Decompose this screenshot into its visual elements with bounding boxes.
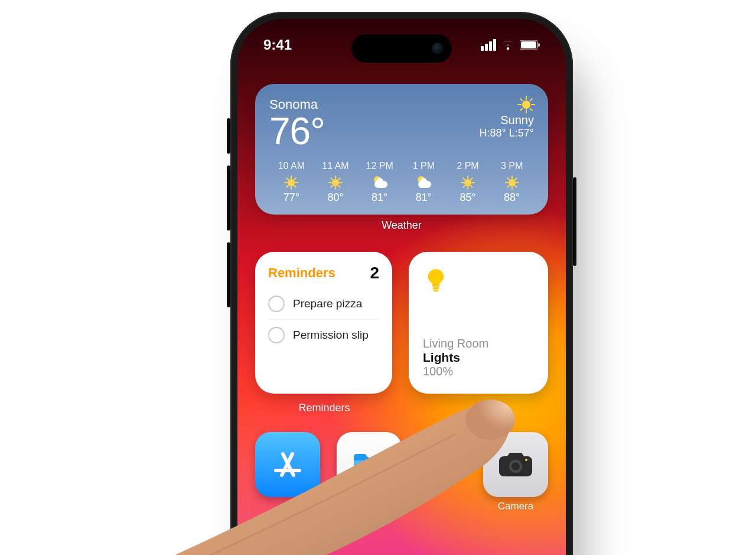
status-time: 9:41 bbox=[263, 37, 292, 53]
iphone-frame: 9:41 Sonoma 76° bbox=[230, 12, 573, 555]
forecast-temp: 80° bbox=[314, 192, 358, 204]
weather-condition: Sunny bbox=[480, 113, 534, 127]
svg-point-10 bbox=[511, 462, 520, 470]
svg-rect-4 bbox=[434, 290, 439, 292]
reminder-item[interactable]: Prepare pizza bbox=[268, 288, 379, 319]
reminder-text: Prepare pizza bbox=[293, 297, 362, 310]
svg-point-11 bbox=[525, 459, 527, 461]
forecast-hour: 11 AM 80° bbox=[314, 161, 358, 204]
home-accessory-name: Lights bbox=[423, 350, 534, 365]
reminder-checkbox[interactable] bbox=[268, 327, 285, 343]
reminders-count: 2 bbox=[370, 264, 379, 283]
home-brightness: 100% bbox=[423, 365, 534, 378]
sun-icon bbox=[330, 177, 341, 189]
sun-icon bbox=[506, 177, 518, 189]
app-icon-files[interactable] bbox=[337, 432, 402, 497]
forecast-hour: 10 AM 77° bbox=[269, 161, 314, 204]
app-icon-camera[interactable] bbox=[483, 432, 548, 497]
forecast-temp: 85° bbox=[446, 192, 490, 204]
svg-rect-2 bbox=[538, 43, 540, 47]
battery-icon bbox=[520, 40, 540, 50]
forecast-time: 11 AM bbox=[314, 161, 358, 171]
reminder-checkbox[interactable] bbox=[268, 296, 285, 312]
reminders-title: Reminders bbox=[268, 265, 335, 281]
forecast-temp: 77° bbox=[269, 192, 314, 204]
forecast-temp: 81° bbox=[357, 192, 402, 204]
reminder-item[interactable]: Permission slip bbox=[268, 319, 379, 350]
weather-hourly-forecast: 10 AM 77° 11 AM 80° 12 PM 81° 1 PM 81° 2… bbox=[269, 161, 534, 204]
forecast-time: 12 PM bbox=[357, 161, 402, 171]
partly-cloudy-icon bbox=[416, 176, 431, 189]
reminders-widget-label: Reminders bbox=[255, 402, 393, 414]
forecast-hour: 3 PM 88° bbox=[490, 161, 534, 204]
home-screen[interactable]: 9:41 Sonoma 76° bbox=[237, 19, 566, 555]
app-label-camera: Camera bbox=[483, 501, 548, 512]
weather-high-low: H:88° L:57° bbox=[480, 127, 534, 139]
home-widget[interactable]: Living Room Lights 100% bbox=[409, 252, 548, 394]
partly-cloudy-icon bbox=[372, 176, 387, 189]
weather-temperature: 76° bbox=[269, 112, 325, 150]
forecast-hour: 2 PM 85° bbox=[446, 161, 490, 204]
forecast-time: 2 PM bbox=[446, 161, 490, 171]
lightbulb-icon bbox=[423, 267, 534, 296]
reminders-widget[interactable]: Reminders 2 Prepare pizza Permission sli… bbox=[255, 252, 392, 394]
weather-widget[interactable]: Sonoma 76° Su bbox=[255, 84, 548, 215]
sun-icon bbox=[462, 177, 474, 189]
weather-widget-label: Weather bbox=[255, 219, 548, 232]
reminder-text: Permission slip bbox=[293, 329, 369, 342]
reminders-list: Prepare pizza Permission slip bbox=[268, 288, 379, 350]
svg-rect-1 bbox=[521, 41, 536, 48]
wifi-icon bbox=[501, 40, 515, 50]
sun-icon bbox=[519, 97, 534, 112]
forecast-time: 1 PM bbox=[402, 161, 446, 171]
forecast-temp: 81° bbox=[402, 192, 446, 204]
sun-icon bbox=[285, 177, 297, 189]
app-icon-appstore[interactable] bbox=[255, 432, 320, 497]
forecast-time: 3 PM bbox=[490, 161, 534, 171]
forecast-time: 10 AM bbox=[269, 161, 314, 171]
svg-rect-3 bbox=[433, 287, 439, 289]
dynamic-island[interactable] bbox=[351, 34, 452, 63]
cellular-signal-icon bbox=[481, 39, 496, 51]
home-room-label: Living Room bbox=[423, 337, 534, 350]
forecast-temp: 88° bbox=[490, 192, 534, 204]
forecast-hour: 12 PM 81° bbox=[357, 161, 402, 204]
forecast-hour: 1 PM 81° bbox=[402, 161, 446, 204]
